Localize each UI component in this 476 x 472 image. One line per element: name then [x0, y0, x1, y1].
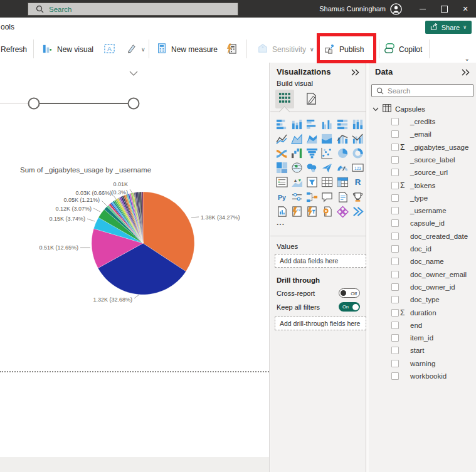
- data-search-input[interactable]: Search: [371, 84, 473, 97]
- 100-stacked-area-chart-icon[interactable]: [321, 132, 334, 145]
- field-name[interactable]: start: [410, 347, 424, 354]
- field-row-doc_owner_id[interactable]: doc_owner_id: [369, 281, 476, 293]
- field-checkbox[interactable]: [391, 245, 399, 253]
- field-checkbox[interactable]: [391, 334, 399, 342]
- field-name[interactable]: doc_id: [410, 245, 431, 253]
- chevron-down-icon[interactable]: [373, 105, 379, 113]
- table-icon[interactable]: [321, 176, 334, 189]
- collapse-pane-chevrons-icon[interactable]: [351, 67, 359, 78]
- stacked-bar-chart-icon[interactable]: [275, 118, 288, 130]
- field-name[interactable]: _source_label: [410, 156, 455, 164]
- field-checkbox[interactable]: [391, 182, 399, 189]
- qa-icon[interactable]: [321, 191, 334, 203]
- drill-through-field-well[interactable]: Add drill-through fields here: [275, 317, 366, 330]
- field-row-workbookid[interactable]: workbookid: [369, 370, 476, 382]
- numeric-range-slicer-icon[interactable]: [290, 191, 303, 203]
- table-node-capsules[interactable]: Capsules: [373, 104, 425, 113]
- stacked-area-chart-icon[interactable]: [306, 132, 319, 145]
- line-chart-icon[interactable]: [275, 132, 288, 145]
- new-measure-button[interactable]: New measure: [156, 41, 218, 58]
- filled-map-icon[interactable]: [306, 162, 319, 174]
- get-more-visuals-icon[interactable]: [352, 205, 364, 218]
- field-checkbox[interactable]: [391, 258, 399, 265]
- field-row-_email[interactable]: _email: [369, 128, 476, 140]
- line-clustered-column-chart-icon[interactable]: [352, 132, 364, 145]
- shapes-button[interactable]: ∨: [125, 41, 145, 58]
- field-name[interactable]: _email: [410, 130, 431, 138]
- gauge-icon[interactable]: [336, 162, 349, 174]
- field-name[interactable]: _gigabytes_usage: [410, 144, 468, 151]
- azure-map-icon[interactable]: [321, 162, 334, 174]
- field-row-_username[interactable]: _username: [369, 204, 476, 217]
- close-button[interactable]: ✕: [455, 0, 476, 18]
- ribbon-tab-tools-fragment[interactable]: ools: [1, 23, 14, 31]
- field-checkbox[interactable]: [391, 309, 399, 317]
- field-checkbox[interactable]: [391, 194, 399, 202]
- line-stacked-column-chart-icon[interactable]: [336, 132, 349, 145]
- values-field-well[interactable]: Add data fields here: [275, 254, 366, 268]
- field-checkbox[interactable]: [391, 233, 399, 240]
- clustered-bar-chart-icon[interactable]: [306, 118, 319, 130]
- report-canvas[interactable]: Sum of _gigabytes_usage by _username 1.3…: [0, 63, 270, 472]
- paginated-report-icon[interactable]: [275, 205, 288, 218]
- field-name[interactable]: doc_owner_email: [410, 271, 467, 278]
- field-checkbox[interactable]: [391, 372, 399, 380]
- collapse-ribbon-chevron[interactable]: ⌄: [465, 55, 470, 62]
- field-checkbox[interactable]: [391, 360, 399, 367]
- field-row-item_id[interactable]: item_id: [369, 332, 476, 344]
- field-checkbox[interactable]: [391, 156, 399, 164]
- pie-chart-visual[interactable]: 1.38K (34.27%)1.32K (32.68%)0.51K (12.65…: [15, 163, 266, 326]
- field-checkbox[interactable]: [391, 283, 399, 291]
- field-name[interactable]: _username: [410, 207, 447, 214]
- quick-measure-button[interactable]: [226, 41, 238, 58]
- field-name[interactable]: _type: [410, 194, 428, 202]
- field-name[interactable]: warning: [410, 360, 435, 367]
- field-checkbox[interactable]: [391, 169, 399, 176]
- field-checkbox[interactable]: [391, 207, 399, 214]
- field-name[interactable]: capsule_id: [410, 219, 445, 227]
- power-automate-icon[interactable]: [306, 205, 319, 218]
- waterfall-chart-icon[interactable]: [290, 147, 303, 159]
- field-name[interactable]: duration: [410, 309, 436, 317]
- user-avatar-icon[interactable]: [390, 3, 402, 15]
- text-box-button[interactable]: A: [103, 41, 115, 58]
- field-name[interactable]: _source_url: [410, 169, 448, 176]
- smart-narrative-icon[interactable]: [336, 191, 349, 203]
- field-row-capsule_id[interactable]: capsule_id: [369, 217, 476, 229]
- share-button[interactable]: Share ∨: [425, 21, 472, 34]
- 100-stacked-bar-chart-icon[interactable]: [336, 118, 349, 130]
- decomposition-tree-icon[interactable]: [306, 191, 319, 203]
- publish-button[interactable]: Publish: [324, 41, 364, 58]
- pie-chart-icon[interactable]: [336, 147, 349, 159]
- kpi-icon[interactable]: ▲▼: [290, 176, 303, 189]
- more-visuals-button[interactable]: ...: [277, 218, 285, 227]
- cross-report-toggle[interactable]: Off: [339, 288, 360, 298]
- field-name[interactable]: _tokens: [410, 182, 435, 189]
- new-visual-button[interactable]: New visual: [41, 41, 93, 58]
- custom-visual-icon[interactable]: [336, 205, 349, 218]
- minimize-button[interactable]: [412, 0, 433, 18]
- scatter-chart-icon[interactable]: [321, 147, 334, 159]
- copilot-button[interactable]: Copilot: [384, 41, 422, 58]
- field-name[interactable]: doc_owner_id: [410, 283, 455, 291]
- card-icon[interactable]: 123: [352, 162, 364, 174]
- ribbon-chart-icon[interactable]: [275, 147, 288, 159]
- metrics-icon[interactable]: [352, 191, 364, 203]
- field-row-_tokens[interactable]: Σ_tokens: [369, 179, 476, 192]
- field-row-doc_created_date[interactable]: doc_created_date: [369, 230, 476, 243]
- collapse-pane-chevrons-icon[interactable]: [462, 67, 470, 78]
- r-script-icon[interactable]: R: [352, 176, 364, 189]
- field-checkbox[interactable]: [391, 219, 399, 227]
- field-row-doc_owner_email[interactable]: doc_owner_email: [369, 268, 476, 281]
- field-row-_source_url[interactable]: _source_url: [369, 166, 476, 179]
- field-row-doc_type[interactable]: doc_type: [369, 293, 476, 306]
- keep-all-filters-toggle[interactable]: On: [339, 302, 360, 312]
- field-row-start[interactable]: start: [369, 344, 476, 357]
- maximize-button[interactable]: [433, 0, 455, 18]
- donut-chart-icon[interactable]: [352, 147, 364, 159]
- area-chart-icon[interactable]: [290, 132, 303, 145]
- map-icon[interactable]: [290, 162, 303, 174]
- field-checkbox[interactable]: [391, 322, 399, 329]
- field-row-warning[interactable]: warning: [369, 357, 476, 370]
- field-row-_type[interactable]: _type: [369, 192, 476, 204]
